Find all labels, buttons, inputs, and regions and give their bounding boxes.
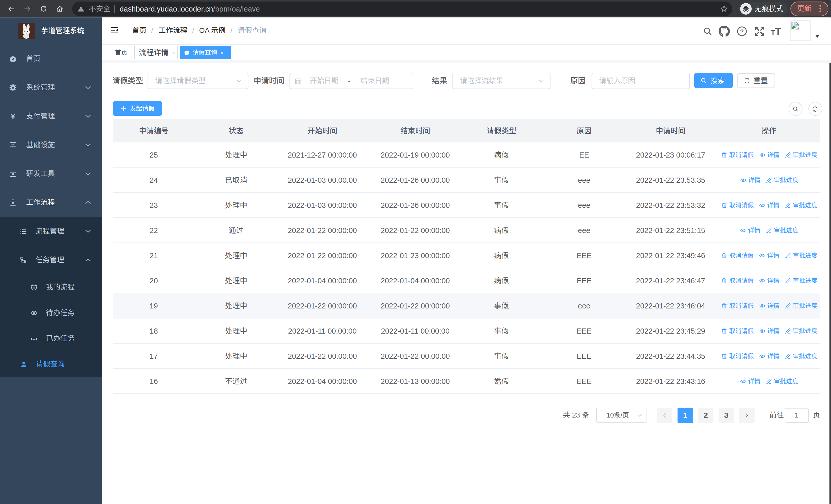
svg-text:?: ? <box>740 28 744 35</box>
svg-text:¥: ¥ <box>11 112 15 120</box>
